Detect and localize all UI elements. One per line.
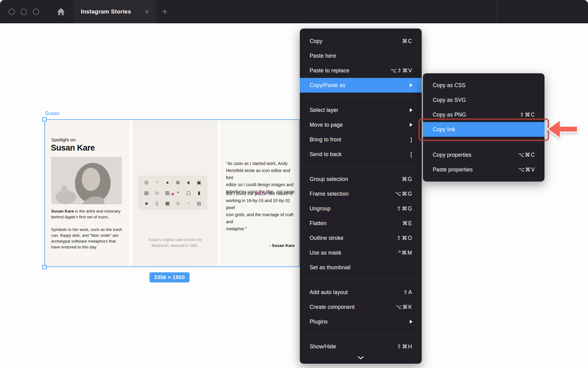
submenu-arrow-icon bbox=[410, 320, 413, 324]
spotlight-label: Spotlight on: bbox=[51, 137, 77, 142]
shortcut-label: ⌥⌘C bbox=[518, 152, 535, 158]
menu-item-ungroup[interactable]: Ungroup ⇧⌘G bbox=[300, 201, 422, 216]
menu-item-plugins[interactable]: Plugins bbox=[300, 314, 422, 329]
menu-separator bbox=[423, 142, 545, 142]
story-card-intro[interactable]: Spotlight on: Susan Kare Susan Kare is t… bbox=[45, 120, 130, 266]
frame-name-label[interactable]: Susan bbox=[45, 110, 59, 117]
window-close-button[interactable] bbox=[9, 9, 15, 15]
copy-paste-as-submenu: Copy as CSS Copy as SVG Copy as PNG ⇧⌘C … bbox=[423, 73, 545, 182]
menu-separator bbox=[300, 98, 422, 98]
small-doc-icon: ▫ bbox=[188, 201, 189, 205]
quote-attribution: - Susan Kare bbox=[269, 243, 295, 248]
card-paragraph: Susan Kare is the artist and visionary b… bbox=[51, 208, 125, 220]
home-icon bbox=[57, 8, 65, 16]
shortcut-label: ⇧⌘G bbox=[397, 205, 413, 212]
tab-title: Instagram Stories bbox=[81, 8, 131, 15]
quote-paragraph: But I loved the puzzle-like nature of wo… bbox=[226, 190, 297, 232]
asterisk-icon: ✳ bbox=[177, 191, 179, 194]
menu-item-select-layer[interactable]: Select layer bbox=[300, 103, 422, 117]
bold-lead: Susan Kare bbox=[51, 209, 74, 213]
shortcut-label: ⌘E bbox=[402, 220, 413, 227]
submenu-arrow-icon bbox=[410, 108, 413, 112]
clipboard-stack-icon: ▦ bbox=[165, 201, 170, 205]
home-button[interactable] bbox=[56, 7, 66, 17]
shortcut-label: ⌥⌘K bbox=[396, 304, 413, 310]
menu-item-send-to-back[interactable]: Send to back [ bbox=[300, 147, 422, 162]
topbar-divider bbox=[496, 0, 496, 23]
menu-item-group-selection[interactable]: Group selection ⌘G bbox=[300, 172, 422, 186]
menu-item-paste-here[interactable]: Paste here bbox=[300, 48, 422, 63]
submenu-item-copy-properties[interactable]: Copy properties ⌥⌘C bbox=[423, 148, 545, 162]
briefcase-icon: ⊞ bbox=[176, 180, 180, 185]
menu-item-move-to-page[interactable]: Move to page bbox=[300, 117, 422, 132]
context-menu: Copy ⌘C Paste here Paste to replace ⌥⇧⌘V… bbox=[300, 29, 422, 364]
menu-scroll-down[interactable] bbox=[300, 354, 422, 362]
selection-handle-top-left[interactable] bbox=[42, 117, 47, 121]
tab-instagram-stories[interactable]: Instagram Stories ✕ bbox=[74, 0, 156, 23]
submenu-arrow-icon bbox=[410, 123, 413, 127]
layered-sheets-icon: ▨ bbox=[197, 201, 201, 205]
shortcut-label: ⇧⌘C bbox=[520, 112, 535, 118]
menu-item-outline-stroke[interactable]: Outline stroke ⇧⌘O bbox=[300, 231, 422, 245]
shortcut-label: ⌥⌘V bbox=[518, 167, 535, 173]
selection-size-badge: 3356 × 1920 bbox=[149, 272, 190, 282]
submenu-arrow-icon bbox=[410, 83, 413, 87]
bomb-icon: ● bbox=[166, 180, 169, 185]
new-tab-button[interactable]: + bbox=[158, 0, 172, 23]
shortcut-label: ⌘C bbox=[402, 38, 413, 44]
shortcut-label: ⌘G bbox=[402, 176, 413, 182]
floppy-disk-icon: ▣ bbox=[197, 180, 201, 185]
menu-separator bbox=[300, 167, 422, 167]
window-zoom-button[interactable] bbox=[33, 9, 39, 15]
shortcut-label: ] bbox=[410, 136, 413, 143]
submenu-item-copy-as-css[interactable]: Copy as CSS bbox=[423, 78, 545, 93]
folded-doc-icon: ▯ bbox=[156, 201, 158, 205]
classic-mac-icon: ⊡ bbox=[145, 180, 149, 185]
submenu-item-copy-as-svg[interactable]: Copy as SVG bbox=[423, 93, 545, 107]
menu-item-flatten[interactable]: Flatten ⌘E bbox=[300, 216, 422, 231]
menu-item-bring-to-front[interactable]: Bring to front ] bbox=[300, 132, 422, 147]
shortcut-label: [ bbox=[410, 151, 413, 158]
folder-arrow-icon: ◇ bbox=[155, 190, 159, 195]
trash-can-icon: ▥ bbox=[165, 190, 170, 195]
watch-icon: ◔ bbox=[156, 181, 158, 184]
selection-handle-bottom-left[interactable] bbox=[42, 265, 47, 269]
shortcut-label: ⇧⌘H bbox=[397, 343, 413, 350]
disk-arrow-icon: ◈ bbox=[187, 180, 190, 185]
card-title: Susan Kare bbox=[51, 143, 95, 153]
text-document-icon: ▤ bbox=[144, 190, 149, 195]
plus-icon: + bbox=[162, 6, 168, 17]
top-bar: Instagram Stories ✕ + bbox=[0, 0, 588, 23]
menu-item-paste-to-replace[interactable]: Paste to replace ⌥⇧⌘V bbox=[300, 63, 422, 78]
menu-item-set-as-thumbnail[interactable]: Set as thumbnail bbox=[300, 260, 422, 275]
menu-item-use-as-mask[interactable]: Use as mask ^⌘M bbox=[300, 245, 422, 260]
shortcut-label: ⌥⇧⌘V bbox=[390, 67, 413, 74]
shortcut-label: ^⌘M bbox=[398, 250, 413, 256]
figma-window: Instagram Stories ✕ + Susan Spotlight on… bbox=[0, 0, 588, 368]
card-paragraph: Symbols in her work, such as the trash c… bbox=[51, 227, 122, 250]
mac-screen-icon: ▢ bbox=[186, 190, 190, 195]
submenu-item-paste-properties[interactable]: Paste properties ⌥⌘V bbox=[423, 162, 545, 177]
susan-kare-photo bbox=[51, 157, 122, 204]
window-minimize-button[interactable] bbox=[21, 9, 27, 15]
menu-item-copy[interactable]: Copy ⌘C bbox=[300, 34, 422, 48]
diamond-arrow-icon: ◇ bbox=[176, 201, 180, 205]
shortcut-label: ⌥⌘G bbox=[395, 191, 413, 197]
story-card-icons[interactable]: ⊡ ◔ ● ⊞ ◈ ▣ ▤ ◇ ▥ ✳ ▢ ▮ ◈ ▯ ▦ ◇ ▫ bbox=[132, 120, 218, 266]
menu-item-create-component[interactable]: Create component ⌥⌘K bbox=[300, 300, 422, 314]
menu-item-frame-selection[interactable]: Frame selection ⌥⌘G bbox=[300, 186, 422, 201]
tab-close-icon[interactable]: ✕ bbox=[145, 8, 149, 15]
submenu-item-copy-as-png[interactable]: Copy as PNG ⇧⌘C bbox=[423, 107, 545, 122]
paint-can-icon: ▮ bbox=[198, 190, 200, 195]
menu-item-copy-paste-as[interactable]: Copy/Paste as bbox=[300, 78, 422, 93]
shortcut-label: ⇧⌘O bbox=[397, 235, 413, 241]
diamond-doc-icon: ◈ bbox=[145, 201, 148, 205]
menu-separator bbox=[300, 280, 422, 280]
chevron-down-icon bbox=[357, 356, 364, 360]
submenu-item-copy-link[interactable]: Copy link bbox=[423, 122, 545, 137]
menu-item-add-auto-layout[interactable]: Add auto layout ⇧A bbox=[300, 285, 422, 300]
menu-item-show-hide[interactable]: Show/Hide ⇧⌘H bbox=[300, 339, 422, 354]
shortcut-label: ⇧A bbox=[403, 289, 413, 296]
menu-separator bbox=[300, 334, 422, 334]
icons-caption: Susan's original suite of icons for Maci… bbox=[132, 237, 218, 248]
